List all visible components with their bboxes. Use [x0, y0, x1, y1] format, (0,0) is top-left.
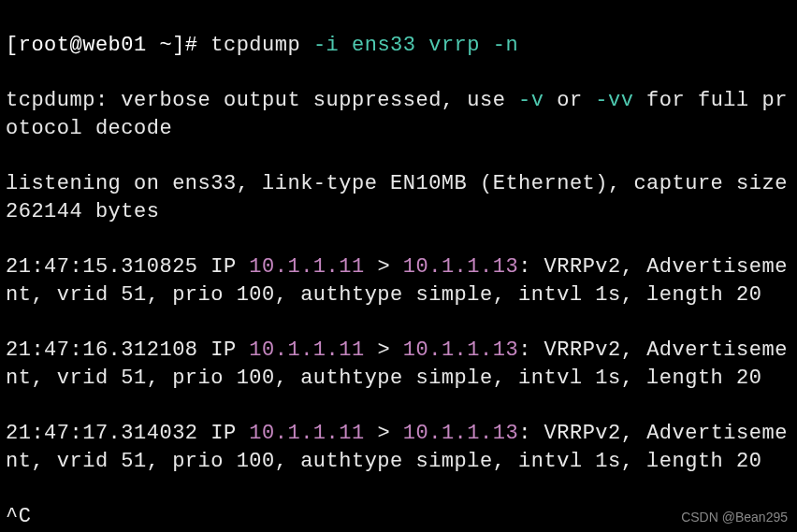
pkt-ip-label: IP: [210, 338, 236, 362]
pkt-dst: 10.1.1.13: [403, 422, 518, 445]
prompt-user: root: [19, 34, 70, 57]
v-flag: -v: [518, 89, 543, 112]
pkt-dst: 10.1.1.13: [403, 255, 518, 279]
pkt-src: 10.1.1.11: [249, 338, 364, 362]
cmd-filter: vrrp: [428, 34, 480, 57]
pkt-ts: 21:47:17.314032: [6, 422, 198, 445]
pkt-ts: 21:47:15.310825: [6, 255, 198, 279]
pkt-ts: 21:47:16.312108: [6, 338, 198, 362]
terminal-output[interactable]: [root@web01 ~]# tcpdump -i ens33 vrrp -n…: [6, 4, 791, 532]
pkt-ip-label: IP: [210, 255, 236, 279]
suppress-text-a: tcpdump: verbose output suppressed, use: [6, 89, 518, 112]
pkt-src: 10.1.1.11: [249, 422, 364, 445]
prompt-dir: ~: [159, 34, 172, 57]
pkt-src: 10.1.1.11: [249, 255, 364, 279]
suppress-text-b: or: [544, 89, 596, 112]
prompt-host: web01: [82, 34, 147, 57]
packet-line-1: 21:47:16.312108 IP 10.1.1.11 > 10.1.1.13…: [6, 337, 791, 392]
cmd-flag-i: -i: [313, 34, 339, 57]
watermark-text: CSDN @Bean295: [681, 509, 788, 526]
cmd-iface: ens33: [352, 34, 416, 57]
cmd-flag-n: -n: [493, 34, 518, 57]
packet-line-0: 21:47:15.310825 IP 10.1.1.11 > 10.1.1.13…: [6, 253, 791, 309]
listening-line: listening on ens33, link-type EN10MB (Et…: [6, 170, 791, 225]
pkt-gt: >: [377, 338, 390, 362]
pkt-dst: 10.1.1.13: [403, 338, 518, 362]
prompt-symbol: #: [185, 34, 198, 57]
vv-flag: -vv: [595, 89, 633, 112]
command-line: [root@web01 ~]# tcpdump -i ens33 vrrp -n: [6, 32, 791, 60]
packet-line-2: 21:47:17.314032 IP 10.1.1.11 > 10.1.1.13…: [6, 420, 791, 475]
cmd-name: tcpdump: [210, 34, 300, 57]
pkt-gt: >: [377, 255, 390, 279]
suppress-line: tcpdump: verbose output suppressed, use …: [6, 87, 791, 142]
pkt-ip-label: IP: [210, 422, 236, 445]
interrupt-line: ^C: [6, 503, 791, 531]
pkt-gt: >: [377, 422, 390, 445]
